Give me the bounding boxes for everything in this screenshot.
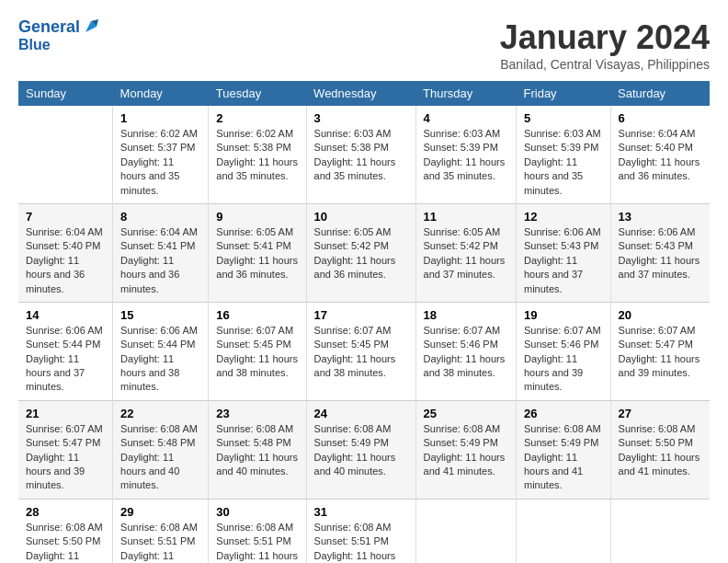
calendar-week-1: 1 Sunrise: 6:02 AM Sunset: 5:37 PM Dayli… bbox=[18, 106, 710, 203]
month-title: January 2024 bbox=[500, 18, 710, 57]
daylight-text: Daylight: 11 hours and 41 minutes. bbox=[524, 452, 583, 491]
daylight-text: Daylight: 11 hours and 36 minutes. bbox=[619, 156, 700, 181]
day-info: Sunrise: 6:04 AM Sunset: 5:41 PM Dayligh… bbox=[120, 225, 200, 296]
sunset-text: Sunset: 5:43 PM bbox=[524, 240, 598, 251]
sunset-text: Sunset: 5:37 PM bbox=[120, 142, 195, 153]
sunset-text: Sunset: 5:47 PM bbox=[26, 437, 100, 448]
daylight-text: Daylight: 11 hours and 39 minutes. bbox=[524, 353, 583, 393]
day-info: Sunrise: 6:07 AM Sunset: 5:46 PM Dayligh… bbox=[524, 324, 603, 395]
sunset-text: Sunset: 5:39 PM bbox=[424, 142, 498, 153]
calendar-cell bbox=[18, 106, 113, 203]
sunrise-text: Sunrise: 6:07 AM bbox=[314, 325, 392, 336]
day-number: 7 bbox=[26, 210, 105, 224]
sunrise-text: Sunrise: 6:05 AM bbox=[314, 226, 392, 237]
day-number: 13 bbox=[619, 210, 702, 224]
daylight-text: Daylight: 11 hours and 42 minutes. bbox=[216, 550, 298, 563]
day-info: Sunrise: 6:08 AM Sunset: 5:51 PM Dayligh… bbox=[216, 521, 298, 563]
sunset-text: Sunset: 5:49 PM bbox=[314, 437, 389, 448]
sunset-text: Sunset: 5:51 PM bbox=[216, 535, 290, 546]
sunset-text: Sunset: 5:47 PM bbox=[619, 339, 693, 350]
day-info: Sunrise: 6:02 AM Sunset: 5:38 PM Dayligh… bbox=[216, 127, 298, 184]
sunrise-text: Sunrise: 6:07 AM bbox=[26, 423, 103, 434]
calendar-cell bbox=[610, 499, 710, 563]
daylight-text: Daylight: 11 hours and 35 minutes. bbox=[216, 156, 298, 181]
day-info: Sunrise: 6:08 AM Sunset: 5:49 PM Dayligh… bbox=[314, 422, 408, 479]
logo-bird-icon bbox=[82, 17, 98, 34]
day-number: 3 bbox=[314, 111, 408, 125]
sunrise-text: Sunrise: 6:07 AM bbox=[524, 325, 601, 336]
day-number: 27 bbox=[619, 407, 702, 420]
sunrise-text: Sunrise: 6:04 AM bbox=[120, 226, 198, 237]
sunset-text: Sunset: 5:50 PM bbox=[26, 535, 100, 546]
col-sunday: Sunday bbox=[18, 81, 113, 106]
daylight-text: Daylight: 11 hours and 43 minutes. bbox=[314, 550, 396, 563]
calendar-cell: 23 Sunrise: 6:08 AM Sunset: 5:48 PM Dayl… bbox=[209, 400, 306, 499]
day-info: Sunrise: 6:06 AM Sunset: 5:44 PM Dayligh… bbox=[120, 324, 200, 395]
calendar-cell: 18 Sunrise: 6:07 AM Sunset: 5:46 PM Dayl… bbox=[415, 302, 516, 400]
calendar-week-5: 28 Sunrise: 6:08 AM Sunset: 5:50 PM Dayl… bbox=[18, 499, 710, 563]
daylight-text: Daylight: 11 hours and 39 minutes. bbox=[619, 353, 700, 378]
calendar-cell: 26 Sunrise: 6:08 AM Sunset: 5:49 PM Dayl… bbox=[517, 400, 611, 499]
calendar-cell: 31 Sunrise: 6:08 AM Sunset: 5:51 PM Dayl… bbox=[306, 499, 415, 563]
day-number: 10 bbox=[314, 210, 408, 224]
calendar-cell: 27 Sunrise: 6:08 AM Sunset: 5:50 PM Dayl… bbox=[610, 400, 710, 499]
day-number: 20 bbox=[619, 308, 702, 322]
daylight-text: Daylight: 11 hours and 42 minutes. bbox=[120, 550, 179, 563]
daylight-text: Daylight: 11 hours and 35 minutes. bbox=[120, 156, 179, 196]
calendar-week-4: 21 Sunrise: 6:07 AM Sunset: 5:47 PM Dayl… bbox=[18, 400, 710, 499]
day-number: 1 bbox=[120, 111, 200, 125]
day-number: 29 bbox=[120, 505, 200, 519]
sunset-text: Sunset: 5:43 PM bbox=[619, 240, 693, 251]
col-monday: Monday bbox=[113, 81, 209, 106]
day-number: 31 bbox=[314, 505, 408, 519]
day-info: Sunrise: 6:06 AM Sunset: 5:44 PM Dayligh… bbox=[26, 324, 105, 395]
col-friday: Friday bbox=[517, 81, 611, 106]
daylight-text: Daylight: 11 hours and 36 minutes. bbox=[314, 255, 396, 280]
logo: General Blue bbox=[18, 18, 98, 52]
day-number: 25 bbox=[424, 407, 508, 420]
sunrise-text: Sunrise: 6:06 AM bbox=[26, 325, 103, 336]
calendar-cell: 12 Sunrise: 6:06 AM Sunset: 5:43 PM Dayl… bbox=[517, 203, 611, 302]
day-number: 14 bbox=[26, 308, 105, 322]
title-area: January 2024 Banilad, Central Visayas, P… bbox=[500, 18, 710, 72]
calendar-cell bbox=[415, 499, 516, 563]
calendar-cell: 1 Sunrise: 6:02 AM Sunset: 5:37 PM Dayli… bbox=[113, 106, 209, 203]
day-number: 5 bbox=[524, 111, 603, 125]
calendar-cell: 8 Sunrise: 6:04 AM Sunset: 5:41 PM Dayli… bbox=[113, 203, 209, 302]
sunrise-text: Sunrise: 6:08 AM bbox=[619, 423, 696, 434]
calendar-cell: 24 Sunrise: 6:08 AM Sunset: 5:49 PM Dayl… bbox=[306, 400, 415, 499]
daylight-text: Daylight: 11 hours and 39 minutes. bbox=[26, 452, 85, 491]
day-info: Sunrise: 6:08 AM Sunset: 5:51 PM Dayligh… bbox=[120, 521, 200, 563]
day-info: Sunrise: 6:07 AM Sunset: 5:47 PM Dayligh… bbox=[26, 422, 105, 493]
col-wednesday: Wednesday bbox=[306, 81, 415, 106]
sunrise-text: Sunrise: 6:07 AM bbox=[619, 325, 696, 336]
sunrise-text: Sunrise: 6:04 AM bbox=[619, 128, 696, 139]
logo-text-line2: Blue bbox=[18, 37, 51, 53]
daylight-text: Daylight: 11 hours and 38 minutes. bbox=[314, 353, 396, 378]
sunset-text: Sunset: 5:44 PM bbox=[26, 339, 100, 350]
calendar-cell: 25 Sunrise: 6:08 AM Sunset: 5:49 PM Dayl… bbox=[415, 400, 516, 499]
calendar-cell: 3 Sunrise: 6:03 AM Sunset: 5:38 PM Dayli… bbox=[306, 106, 415, 203]
calendar-cell: 21 Sunrise: 6:07 AM Sunset: 5:47 PM Dayl… bbox=[18, 400, 113, 499]
day-number: 15 bbox=[120, 308, 200, 322]
sunset-text: Sunset: 5:40 PM bbox=[619, 142, 693, 153]
day-number: 24 bbox=[314, 407, 408, 420]
sunrise-text: Sunrise: 6:08 AM bbox=[216, 522, 293, 533]
day-info: Sunrise: 6:07 AM Sunset: 5:47 PM Dayligh… bbox=[619, 324, 702, 381]
sunset-text: Sunset: 5:38 PM bbox=[216, 142, 290, 153]
day-info: Sunrise: 6:04 AM Sunset: 5:40 PM Dayligh… bbox=[26, 225, 105, 296]
calendar-cell: 28 Sunrise: 6:08 AM Sunset: 5:50 PM Dayl… bbox=[18, 499, 113, 563]
sunset-text: Sunset: 5:49 PM bbox=[524, 437, 598, 448]
daylight-text: Daylight: 11 hours and 37 minutes. bbox=[26, 353, 85, 393]
calendar-cell: 10 Sunrise: 6:05 AM Sunset: 5:42 PM Dayl… bbox=[306, 203, 415, 302]
sunset-text: Sunset: 5:51 PM bbox=[314, 535, 389, 546]
sunset-text: Sunset: 5:51 PM bbox=[120, 535, 195, 546]
daylight-text: Daylight: 11 hours and 40 minutes. bbox=[314, 452, 396, 477]
sunset-text: Sunset: 5:39 PM bbox=[524, 142, 598, 153]
sunrise-text: Sunrise: 6:06 AM bbox=[120, 325, 198, 336]
day-number: 21 bbox=[26, 407, 105, 420]
calendar-header-row: Sunday Monday Tuesday Wednesday Thursday… bbox=[18, 81, 710, 106]
calendar-cell: 5 Sunrise: 6:03 AM Sunset: 5:39 PM Dayli… bbox=[517, 106, 611, 203]
day-number: 8 bbox=[120, 210, 200, 224]
sunset-text: Sunset: 5:41 PM bbox=[120, 240, 195, 251]
